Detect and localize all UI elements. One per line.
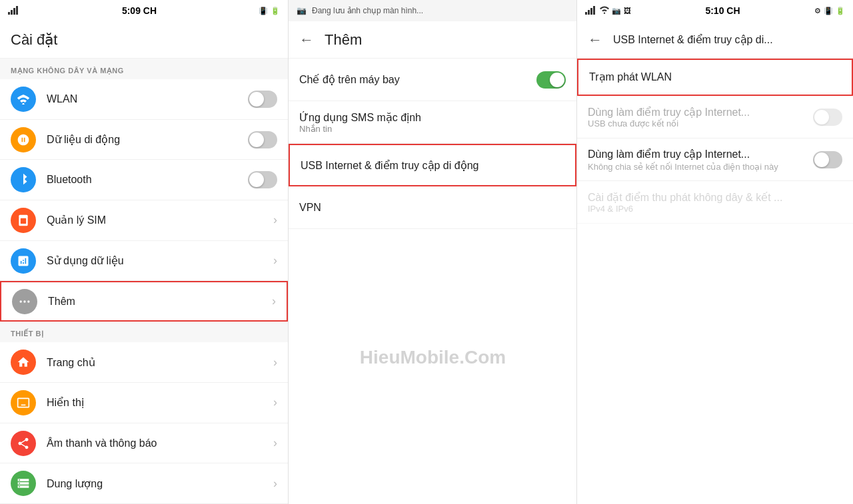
usb-tethering-item[interactable]: Dùng làm điểm truy cập Internet... Không… [577, 138, 853, 181]
usb-tethering-label: Dùng làm điểm truy cập Internet... [588, 148, 813, 160]
svg-rect-10 [585, 12, 587, 15]
sidebar-item-more[interactable]: Thêm › [0, 281, 288, 322]
vpn-content: VPN [299, 202, 566, 214]
status-icons-left [8, 5, 20, 16]
status-icons-left-3: 📷 🖼 [585, 5, 631, 16]
svg-point-8 [23, 300, 25, 302]
data-usage-icon [11, 248, 36, 274]
data-usage-chevron: › [273, 254, 277, 268]
sim-icon [11, 208, 36, 233]
settings-title: Cài đặt [11, 31, 57, 49]
mobile-data-toggle[interactable] [248, 131, 277, 148]
time-display-3: 5:10 CH [705, 5, 740, 16]
section-network-header: MẠNG KHÔNG DÂY VÀ MẠNG [0, 59, 288, 79]
usb-tethering-disabled-label: Dùng làm điểm truy cập Internet... [588, 106, 813, 119]
status-bar-1: 5:09 CH 📳 🔋 [0, 0, 288, 21]
svg-point-9 [27, 300, 29, 302]
vibrate-icon-3: 📳 [824, 7, 833, 15]
wifi-hotspot-settings-content: Cài đặt điểm thu phát không dây & kết ..… [588, 191, 842, 214]
airplane-mode-toggle[interactable] [536, 71, 566, 89]
camera-icon: 📷 [297, 6, 307, 15]
photos-icon: 🖼 [624, 7, 631, 15]
svg-point-14 [604, 13, 605, 14]
storage-label: Dung lượng [47, 477, 273, 490]
panel2-rest: HieuMobile.Com [289, 229, 576, 504]
sidebar-item-sound[interactable]: Âm thanh và thông báo › [0, 423, 288, 464]
usb-tethering-disabled-toggle [813, 109, 842, 126]
home-chevron: › [273, 356, 277, 370]
sidebar-item-wlan[interactable]: WLAN [0, 79, 288, 120]
usb-internet-item[interactable]: USB Internet & điểm truy cập di động [289, 144, 576, 186]
vpn-label: VPN [299, 202, 566, 214]
sms-content: Ứng dụng SMS mặc định Nhắn tin [299, 111, 566, 134]
home-icon [11, 350, 36, 375]
wifi-status-icon [600, 6, 609, 15]
svg-rect-1 [11, 10, 13, 15]
back-button-usb[interactable]: ← [588, 31, 602, 49]
usb-tethering-disabled-sub: USB chưa được kết nối [588, 119, 813, 128]
status-bar-3: 📷 🖼 5:10 CH ⚙ 📳 🔋 [577, 0, 853, 21]
sidebar-item-sim[interactable]: Quản lý SIM › [0, 200, 288, 241]
mobile-data-icon [11, 127, 36, 152]
wlan-toggle[interactable] [248, 91, 277, 108]
sms-item[interactable]: Ứng dụng SMS mặc định Nhắn tin [289, 101, 576, 144]
sim-label: Quản lý SIM [47, 214, 273, 226]
them-title: Thêm [325, 31, 362, 49]
sms-sublabel: Nhắn tin [299, 124, 566, 134]
svg-rect-6 [21, 218, 26, 224]
watermark: HieuMobile.Com [289, 291, 577, 424]
more-icon [12, 289, 37, 314]
wlan-label: WLAN [47, 93, 248, 105]
svg-rect-0 [8, 12, 10, 15]
sidebar-item-home[interactable]: Trang chủ › [0, 342, 288, 383]
usb-internet-content: USB Internet & điểm truy cập di động [301, 159, 564, 172]
usb-tethering-disabled-item: Dùng làm điểm truy cập Internet... USB c… [577, 96, 853, 138]
svg-rect-11 [588, 10, 590, 15]
bluetooth-label: Bluetooth [47, 174, 248, 186]
svg-rect-2 [13, 8, 15, 15]
svg-point-4 [22, 103, 24, 105]
sidebar-item-storage[interactable]: Dung lượng › [0, 463, 288, 504]
wlan-hotspot-label: Trạm phát WLAN [589, 71, 841, 83]
home-label: Trang chủ [47, 356, 273, 369]
sidebar-item-bluetooth[interactable]: Bluetooth [0, 160, 288, 200]
sidebar-item-display[interactable]: Hiển thị › [0, 383, 288, 423]
wifi-hotspot-settings-item: Cài đặt điểm thu phát không dây & kết ..… [577, 181, 853, 224]
mobile-data-label: Dữ liệu di động [47, 133, 248, 146]
display-label: Hiển thị [47, 396, 273, 409]
storage-icon [11, 471, 36, 496]
usb-tethering-toggle[interactable] [813, 151, 842, 168]
bluetooth-toggle[interactable] [248, 171, 277, 188]
notification-bar: 📷 Đang lưu ảnh chụp màn hình... [289, 0, 576, 21]
airplane-mode-content: Chế độ trên máy bay [299, 73, 536, 86]
sidebar-item-mobile-data[interactable]: Dữ liệu di động [0, 120, 288, 160]
panel-settings: 5:09 CH 📳 🔋 Cài đặt MẠNG KHÔNG DÂY VÀ MẠ… [0, 0, 289, 504]
sidebar-item-data-usage[interactable]: Sử dụng dữ liệu › [0, 241, 288, 282]
status-icons-right-3: ⚙ 📳 🔋 [814, 7, 845, 15]
sim-chevron: › [273, 213, 277, 227]
them-top-bar: ← Thêm [289, 21, 576, 59]
sound-chevron: › [273, 436, 277, 450]
display-chevron: › [273, 395, 277, 409]
status-icons-right: 📳 🔋 [259, 7, 280, 15]
airplane-mode-item[interactable]: Chế độ trên máy bay [289, 59, 576, 101]
battery-icon-3: 🔋 [836, 7, 845, 15]
wlan-hotspot-item[interactable]: Trạm phát WLAN [577, 59, 853, 96]
more-label: Thêm [48, 296, 272, 308]
wlan-hotspot-content: Trạm phát WLAN [589, 71, 841, 85]
vpn-item[interactable]: VPN [289, 186, 576, 229]
notification-text: Đang lưu ảnh chụp màn hình... [312, 6, 423, 15]
back-button-them[interactable]: ← [299, 31, 314, 49]
sound-icon [11, 431, 36, 456]
usb-tethering-content: Dùng làm điểm truy cập Internet... Không… [588, 148, 813, 172]
svg-rect-12 [590, 8, 592, 15]
usb-top-bar: ← USB Internet & điểm truy cập di... [577, 21, 853, 59]
usb-title: USB Internet & điểm truy cập di... [613, 33, 773, 46]
usb-internet-label: USB Internet & điểm truy cập di động [301, 159, 564, 172]
svg-rect-13 [593, 6, 595, 15]
airplane-mode-label: Chế độ trên máy bay [299, 73, 536, 86]
section-device-header: THIẾT BỊ [0, 322, 288, 342]
wifi-hotspot-settings-label: Cài đặt điểm thu phát không dây & kết ..… [588, 191, 842, 204]
more-chevron: › [272, 294, 276, 308]
storage-chevron: › [273, 477, 277, 491]
